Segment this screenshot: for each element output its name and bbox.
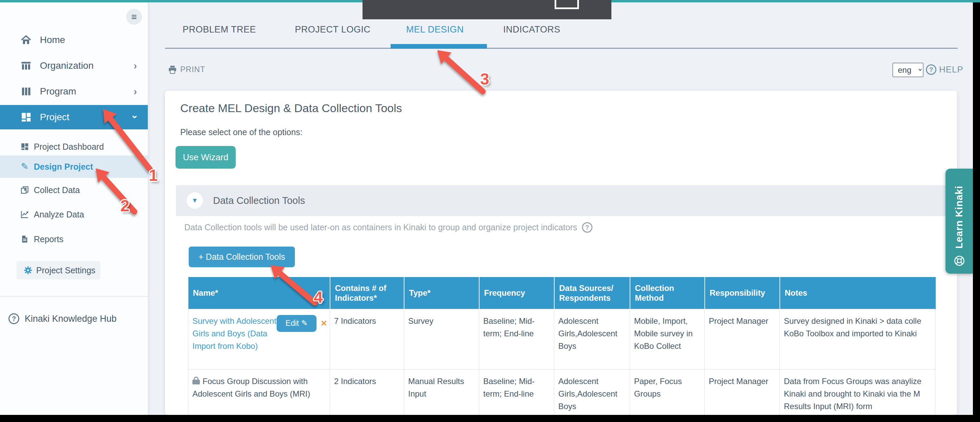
sidebar-item-label: Design Project [34, 162, 93, 172]
sidebar-item-label: Reports [34, 234, 64, 244]
sidebar-item-label: Project Dashboard [34, 142, 104, 152]
data-collection-tools-section-header[interactable]: ▼ Data Collection Tools [176, 185, 946, 216]
data-sources-cell: Adolescent Girls,Adolescent Boys [554, 369, 630, 418]
document-icon [19, 235, 30, 243]
add-data-collection-tools-button[interactable]: + Data Collection Tools [189, 246, 295, 267]
video-player-button[interactable] [555, 0, 579, 9]
indicators-cell: 2 Indicators [330, 369, 404, 418]
tool-name-link[interactable]: Survey with Adolescent Girls and Boys (D… [192, 315, 277, 352]
column-header-name: Name* [188, 277, 330, 309]
column-header-notes: Notes [780, 277, 935, 309]
section-description-row: Data Collection tools will be used later… [184, 222, 592, 233]
print-button[interactable]: PRINT [168, 65, 205, 74]
use-wizard-button[interactable]: Use Wizard [175, 146, 236, 169]
black-letterbox-bottom [0, 415, 980, 422]
pencil-icon: ✎ [301, 319, 307, 328]
tooltip-question-icon[interactable]: ? [582, 222, 592, 233]
tab-mel-design[interactable]: MEL DESIGN [406, 24, 464, 35]
note-line: Data from Focus Groups was anaylize [784, 375, 931, 387]
chevron-right-icon: › [134, 60, 137, 72]
chart-line-icon [19, 210, 30, 219]
sidebar-item-home[interactable]: Home [0, 28, 148, 52]
tab-indicators[interactable]: INDICATORS [503, 24, 560, 35]
video-player-bar [363, 0, 611, 19]
pencil-icon: ✎ [19, 161, 30, 172]
sidebar-item-label: Program [40, 86, 76, 97]
screen: ≡ Home Organization › Program › [0, 0, 980, 422]
sidebar-item-organization[interactable]: Organization › [0, 54, 148, 78]
book-icon [19, 185, 30, 194]
sidebar-divider [0, 296, 148, 297]
sidebar-item-project-dashboard[interactable]: Project Dashboard [0, 136, 148, 157]
sidebar-item-label: Analyze Data [34, 209, 84, 219]
tab-problem-tree[interactable]: PROBLEM TREE [183, 24, 256, 35]
notes-cell: Data from Focus Groups was anaylize Kina… [780, 369, 935, 418]
note-line: KoBo Toolbox and imported to Kinaki [784, 327, 931, 340]
chevron-down-icon: › [129, 115, 141, 118]
black-letterbox-right [973, 0, 980, 422]
column-header-indicators: Contains # of Indicators* [330, 277, 404, 309]
sidebar-item-label: Organization [40, 60, 94, 71]
table-row: Focus Group Discussion with Adolescent G… [188, 369, 935, 418]
page-subtitle: Please select one of the options: [180, 127, 302, 137]
project-settings-button[interactable]: Project Settings [17, 261, 100, 280]
sidebar: ≡ Home Organization › Program › [0, 0, 148, 422]
question-circle-icon: ? [8, 313, 19, 324]
sidebar-item-label: Home [40, 35, 65, 45]
triangle-down-icon: ▼ [192, 197, 198, 204]
column-header-type: Type* [404, 277, 479, 309]
active-tab-underline [391, 44, 487, 49]
lock-icon [192, 377, 200, 385]
hamburger-icon: ≡ [131, 11, 137, 22]
tool-name-cell: Survey with Adolescent Girls and Boys (D… [188, 309, 330, 369]
edit-button[interactable]: Edit ✎ [277, 315, 317, 332]
tool-name-cell: Focus Group Discussion with Adolescent G… [188, 369, 330, 418]
home-icon [20, 34, 35, 46]
program-icon [20, 86, 35, 97]
tool-name-text: Focus Group Discussion with Adolescent G… [192, 377, 310, 398]
sidebar-item-label: Project [40, 112, 69, 123]
mel-design-panel: Create MEL Design & Data Collection Tool… [165, 91, 957, 415]
sidebar-item-program[interactable]: Program › [0, 79, 148, 104]
sidebar-item-design-project[interactable]: ✎ Design Project [0, 155, 148, 178]
project-grid-icon [20, 112, 35, 123]
sidebar-item-analyze-data[interactable]: Analyze Data [0, 204, 148, 225]
tab-project-logic[interactable]: PROJECT LOGIC [295, 24, 371, 35]
sidebar-item-collect-data[interactable]: Collect Data [0, 179, 148, 200]
project-settings-label: Project Settings [36, 265, 95, 275]
dashboard-grid-icon [19, 142, 30, 151]
organization-icon [20, 60, 35, 72]
page-title: Create MEL Design & Data Collection Tool… [180, 102, 402, 115]
column-header-frequency: Frequency [479, 277, 554, 309]
responsibility-cell: Project Manager [705, 369, 780, 418]
chevron-right-icon: › [134, 86, 137, 97]
column-header-collection-method: Collection Method [630, 277, 705, 309]
table-header-row: Name* Contains # of Indicators* Type* Fr… [188, 277, 935, 309]
sidebar-item-project[interactable]: Project › [0, 105, 148, 129]
language-select[interactable]: eng [892, 63, 924, 77]
collection-method-cell: Paper, Focus Groups [630, 369, 705, 418]
delete-icon[interactable]: × [321, 316, 327, 329]
data-sources-cell: Adolescent Girls,Adolescent Boys [554, 309, 630, 369]
sidebar-item-knowledge-hub[interactable]: ? Kinaki Knowledge Hub [8, 313, 117, 324]
print-label: PRINT [180, 65, 205, 74]
frequency-cell: Baseline; Mid-term; End-line [479, 309, 554, 369]
indicators-cell: 7 Indicators [330, 309, 404, 369]
hamburger-menu-button[interactable]: ≡ [126, 9, 142, 25]
frequency-cell: Baseline; Mid-term; End-line [479, 369, 554, 418]
help-button[interactable]: ? HELP [926, 64, 963, 75]
sidebar-item-reports[interactable]: Reports [0, 229, 148, 249]
sidebar-item-label: Collect Data [34, 185, 80, 195]
help-circle-icon: ? [926, 64, 936, 75]
data-collection-tools-table: Name* Contains # of Indicators* Type* Fr… [188, 277, 936, 418]
gear-icon [23, 265, 33, 275]
lifebuoy-icon [953, 255, 966, 267]
column-header-responsibility: Responsibility [705, 277, 780, 309]
collapse-toggle-button[interactable]: ▼ [187, 192, 203, 209]
section-description: Data Collection tools will be used later… [184, 222, 577, 232]
note-line: Survey designed in Kinaki > data colle [784, 315, 931, 327]
learn-kinaki-tab[interactable]: Learn Kinaki [945, 169, 973, 274]
section-title: Data Collection Tools [213, 185, 305, 216]
table-row: Survey with Adolescent Girls and Boys (D… [188, 309, 935, 369]
collection-method-cell: Mobile, Import, Mobile survey in KoBo Co… [630, 309, 705, 369]
